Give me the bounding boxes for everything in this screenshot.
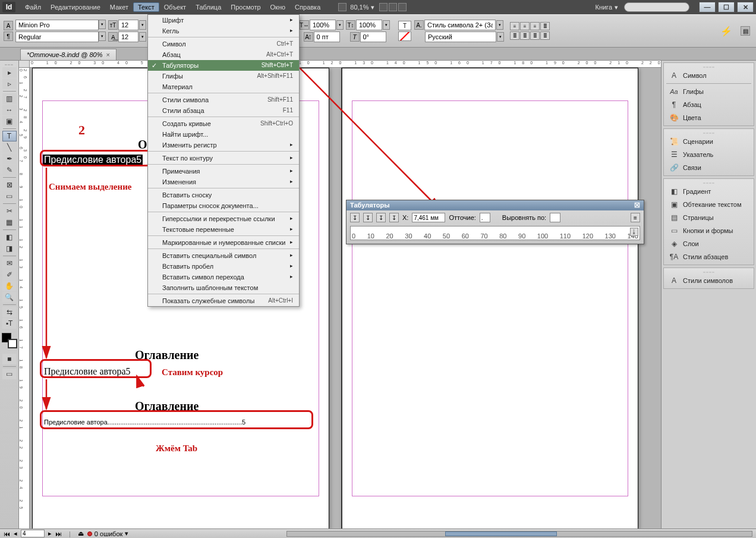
screen-mode-button[interactable] (379, 3, 388, 11)
apply-color-button[interactable]: ■ (2, 354, 17, 364)
maximize-button[interactable]: ☐ (718, 2, 735, 12)
panel-grip[interactable]: ┉┉┉┉ (664, 269, 754, 274)
arrange-button[interactable] (389, 3, 397, 11)
selection-tool[interactable]: ▸ (2, 67, 17, 78)
panel-paragraph[interactable]: ¶Абзац (664, 98, 754, 111)
page-nav-prev[interactable]: ◂ (14, 530, 17, 537)
menu-help[interactable]: Справка (290, 2, 325, 12)
eyedropper-tool[interactable]: ✐ (2, 269, 17, 280)
font-style-input[interactable] (15, 32, 99, 42)
dropdown-arrow-icon[interactable]: ▾ (139, 32, 146, 42)
tab-right-align-button[interactable]: ↧ (376, 213, 386, 222)
gradient-swatch-tool[interactable]: ◧ (2, 232, 17, 243)
menu-story[interactable]: Материал (148, 81, 299, 93)
menu-fill-placeholder[interactable]: Заполнить шаблонным текстом (148, 282, 299, 294)
scrollbar-thumb[interactable] (445, 531, 557, 536)
dropdown-arrow-icon[interactable]: ▾ (383, 20, 390, 30)
menu-ins-break[interactable]: Вставить символ перехода▸ (148, 272, 299, 282)
panel-character[interactable]: AСимвол (664, 69, 754, 82)
menu-outlines[interactable]: Создать кривыеShift+Ctrl+O (148, 118, 299, 129)
close-icon[interactable]: ☒ (634, 202, 640, 209)
note-tool[interactable]: ✉ (2, 258, 17, 269)
panel-pages[interactable]: ▤Страницы (664, 211, 754, 224)
rectangle-tool[interactable]: ▭ (2, 191, 17, 202)
view-options-button[interactable] (398, 3, 407, 11)
menu-tabs[interactable]: ✓ТабуляторыShift+Ctrl+T (148, 60, 299, 71)
tabs-panel-title[interactable]: Табуляторы ☒ (346, 200, 644, 210)
document-canvas[interactable]: 0 10 20 30 40 50 60 70 80 90 100 110 120… (19, 61, 661, 528)
menu-glyphs[interactable]: ГлифыAlt+Shift+F11 (148, 71, 299, 81)
align-justify-left-button[interactable]: ≣ (510, 32, 519, 40)
tabs-panel[interactable]: Табуляторы ☒ ↧ ↧ ↧ ↧ X: Отточие: Выровня… (346, 200, 644, 244)
menu-view[interactable]: Просмотр (226, 2, 265, 12)
dropdown-arrow-icon[interactable]: ▾ (99, 32, 106, 41)
dropdown-arrow-icon[interactable]: ▾ (99, 20, 106, 29)
para-format-icon[interactable]: ¶ (4, 32, 13, 41)
zoom-tool[interactable]: 🔍 (2, 292, 17, 303)
page-nav-next[interactable]: ▸ (48, 530, 52, 537)
panel-grip[interactable]: ┉┉┉ (1, 62, 18, 67)
tab-decimal-align-button[interactable]: ↧ (389, 213, 399, 222)
gradient-feather-tool[interactable]: ◨ (2, 243, 17, 254)
stroke-swatch[interactable] (398, 32, 411, 41)
document-tab[interactable]: *Отточие-8.indd @ 80% × (20, 49, 116, 60)
rectangle-frame-tool[interactable]: ⊠ (2, 180, 17, 190)
menu-font[interactable]: Шрифт▸ (148, 15, 299, 26)
type-tool[interactable]: T (2, 131, 17, 141)
pencil-tool[interactable]: ✎ (2, 165, 17, 175)
vscale-input[interactable] (356, 20, 382, 30)
menu-insert-footnote[interactable]: Вставить сноску (148, 190, 299, 200)
pen-tool[interactable]: ✒ (2, 153, 17, 164)
fill-stroke-swatches[interactable] (2, 333, 17, 348)
panel-glyphs[interactable]: AaГлифы (664, 85, 754, 98)
menu-textvars[interactable]: Текстовые переменные▸ (148, 224, 299, 236)
menu-table[interactable]: Таблица (191, 2, 226, 12)
bridge-button[interactable] (338, 3, 346, 11)
horizontal-scrollbar[interactable] (286, 531, 752, 537)
ruler-origin[interactable] (19, 61, 30, 68)
menu-char-styles[interactable]: Стили символаShift+F11 (148, 95, 299, 105)
gap-tool[interactable]: ↔ (2, 105, 17, 115)
baseline-input[interactable] (314, 32, 340, 42)
close-button[interactable]: ✕ (737, 2, 754, 12)
align-justify-center-button[interactable]: ≣ (520, 32, 530, 40)
panel-textwrap[interactable]: ▣Обтекание текстом (664, 198, 754, 211)
align-center-button[interactable]: ≡ (520, 22, 530, 30)
line-tool[interactable]: ╲ (2, 142, 17, 153)
fill-stroke-toggle[interactable]: ⇆ (2, 307, 17, 317)
align-left-button[interactable]: ≡ (510, 22, 519, 30)
horizontal-ruler[interactable]: 0 10 20 30 40 50 60 70 80 90 100 110 120… (30, 61, 661, 68)
align-justify-button[interactable]: ≣ (540, 22, 550, 30)
page-nav-first[interactable]: ⏮ (4, 530, 10, 537)
menu-ins-ws[interactable]: Вставить пробел▸ (148, 261, 299, 272)
direct-selection-tool[interactable]: ▹ (2, 78, 17, 89)
menu-text[interactable]: Текст (133, 2, 159, 12)
page-tool[interactable]: ▥ (2, 93, 17, 104)
dropdown-arrow-icon[interactable]: ▾ (336, 20, 344, 30)
dropdown-arrow-icon[interactable]: ▾ (497, 32, 504, 42)
panel-colors[interactable]: 🎨Цвета (664, 111, 754, 124)
panel-char-styles[interactable]: AСтили символов (664, 274, 754, 287)
menu-changes[interactable]: Изменения▸ (148, 177, 299, 188)
scissors-tool[interactable]: ✂ (2, 206, 17, 216)
panel-grip[interactable]: ┉┉┉┉ (664, 180, 754, 185)
formatting-affects-toggle[interactable]: ▪T (2, 318, 17, 329)
menu-symbol[interactable]: СимволCtrl+T (148, 39, 299, 49)
hand-tool[interactable]: ✋ (2, 281, 17, 291)
workspace-switcher[interactable]: Книга ▾ (595, 4, 618, 11)
zoom-display[interactable]: 80,1% ▾ (350, 4, 374, 11)
lang-input[interactable] (425, 32, 496, 42)
tab-x-input[interactable] (412, 213, 445, 222)
font-family-input[interactable] (15, 20, 99, 30)
charstyle-input[interactable] (424, 20, 496, 30)
panel-grip[interactable]: ┉┉┉┉ (664, 130, 754, 135)
menu-ins-special[interactable]: Вставить специальный символ▸ (148, 250, 299, 261)
panel-menu-icon[interactable]: ≡ (631, 213, 640, 222)
vertical-ruler[interactable]: 0 1 2 3 4 5 6 7 8 9 10 11 12 13 14 15 16… (19, 68, 30, 528)
minimize-button[interactable]: — (699, 2, 716, 12)
hscale-input[interactable] (310, 20, 336, 30)
skew-input[interactable] (360, 32, 386, 42)
screen-mode-tool[interactable]: ▭ (2, 369, 17, 379)
page-nav-last[interactable]: ⏭ (55, 530, 62, 537)
fill-swatch[interactable]: T (398, 21, 411, 30)
